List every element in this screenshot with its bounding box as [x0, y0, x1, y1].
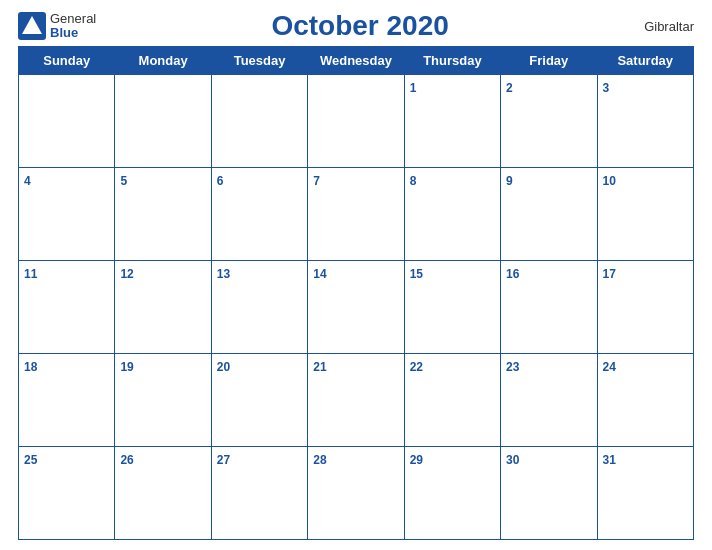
calendar-cell: 31 [597, 447, 693, 540]
day-number: 9 [506, 174, 513, 188]
calendar-cell: 28 [308, 447, 404, 540]
day-number: 13 [217, 267, 230, 281]
day-number: 18 [24, 360, 37, 374]
calendar-cell: 26 [115, 447, 211, 540]
day-number: 24 [603, 360, 616, 374]
day-number: 26 [120, 453, 133, 467]
day-number: 28 [313, 453, 326, 467]
top-bar: General Blue October 2020 Gibraltar [18, 10, 694, 42]
header-friday: Friday [501, 47, 597, 75]
calendar-cell: 14 [308, 261, 404, 354]
day-number: 14 [313, 267, 326, 281]
day-number: 20 [217, 360, 230, 374]
logo-general-text: General [50, 12, 96, 26]
calendar-cell: 25 [19, 447, 115, 540]
calendar-cell: 19 [115, 354, 211, 447]
calendar-table: Sunday Monday Tuesday Wednesday Thursday… [18, 46, 694, 540]
calendar-cell: 17 [597, 261, 693, 354]
day-number: 8 [410, 174, 417, 188]
calendar-cell: 30 [501, 447, 597, 540]
day-number: 6 [217, 174, 224, 188]
day-number: 30 [506, 453, 519, 467]
week-row-1: 45678910 [19, 168, 694, 261]
header-thursday: Thursday [404, 47, 500, 75]
calendar-cell: 21 [308, 354, 404, 447]
calendar-title: October 2020 [96, 10, 624, 42]
logo-text: General Blue [50, 12, 96, 41]
day-number: 21 [313, 360, 326, 374]
day-number: 7 [313, 174, 320, 188]
calendar-cell: 20 [211, 354, 307, 447]
calendar-cell: 4 [19, 168, 115, 261]
day-number: 25 [24, 453, 37, 467]
day-number: 23 [506, 360, 519, 374]
calendar-cell: 10 [597, 168, 693, 261]
calendar-cell: 16 [501, 261, 597, 354]
calendar-cell: 8 [404, 168, 500, 261]
day-number: 1 [410, 81, 417, 95]
header-sunday: Sunday [19, 47, 115, 75]
calendar-cell: 11 [19, 261, 115, 354]
calendar-cell [19, 75, 115, 168]
calendar-cell: 15 [404, 261, 500, 354]
calendar-cell: 23 [501, 354, 597, 447]
day-number: 5 [120, 174, 127, 188]
week-row-2: 11121314151617 [19, 261, 694, 354]
logo-icon [18, 12, 46, 40]
header-wednesday: Wednesday [308, 47, 404, 75]
calendar-cell [115, 75, 211, 168]
calendar-cell: 9 [501, 168, 597, 261]
day-number: 11 [24, 267, 37, 281]
calendar-cell: 5 [115, 168, 211, 261]
calendar-cell: 24 [597, 354, 693, 447]
day-number: 16 [506, 267, 519, 281]
calendar-cell [211, 75, 307, 168]
day-number: 3 [603, 81, 610, 95]
calendar-cell [308, 75, 404, 168]
day-number: 27 [217, 453, 230, 467]
calendar-cell: 13 [211, 261, 307, 354]
calendar-cell: 6 [211, 168, 307, 261]
calendar-cell: 2 [501, 75, 597, 168]
logo-blue-text: Blue [50, 26, 96, 40]
header-tuesday: Tuesday [211, 47, 307, 75]
calendar-cell: 1 [404, 75, 500, 168]
day-number: 29 [410, 453, 423, 467]
region-label: Gibraltar [624, 19, 694, 34]
day-number: 19 [120, 360, 133, 374]
calendar-cell: 3 [597, 75, 693, 168]
day-number: 31 [603, 453, 616, 467]
day-number: 17 [603, 267, 616, 281]
day-number: 2 [506, 81, 513, 95]
calendar-cell: 18 [19, 354, 115, 447]
calendar-cell: 7 [308, 168, 404, 261]
day-number: 10 [603, 174, 616, 188]
header-monday: Monday [115, 47, 211, 75]
weekday-header-row: Sunday Monday Tuesday Wednesday Thursday… [19, 47, 694, 75]
day-number: 15 [410, 267, 423, 281]
header-saturday: Saturday [597, 47, 693, 75]
logo: General Blue [18, 12, 96, 41]
week-row-4: 25262728293031 [19, 447, 694, 540]
day-number: 22 [410, 360, 423, 374]
day-number: 4 [24, 174, 31, 188]
week-row-0: 123 [19, 75, 694, 168]
calendar-cell: 22 [404, 354, 500, 447]
calendar-cell: 29 [404, 447, 500, 540]
calendar-cell: 27 [211, 447, 307, 540]
day-number: 12 [120, 267, 133, 281]
week-row-3: 18192021222324 [19, 354, 694, 447]
calendar-cell: 12 [115, 261, 211, 354]
